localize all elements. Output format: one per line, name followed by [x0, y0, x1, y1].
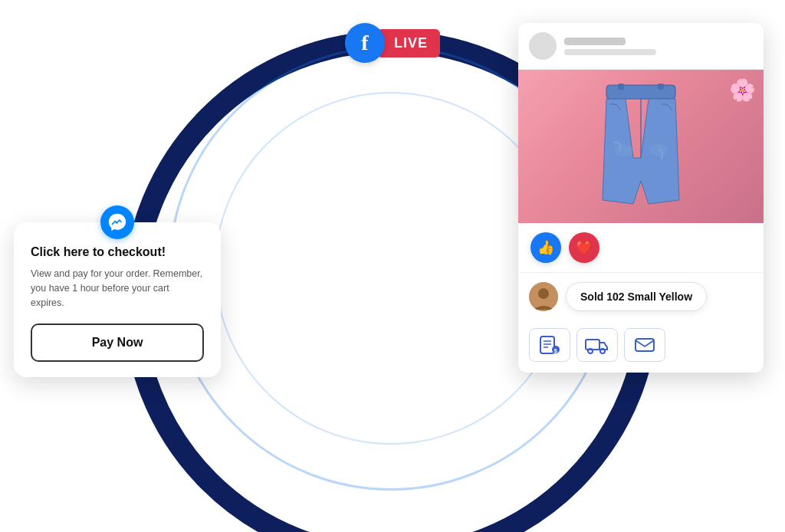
like-reaction-button[interactable]: 👍	[530, 232, 561, 263]
email-icon-box[interactable]	[624, 328, 665, 362]
messenger-icon	[100, 205, 134, 239]
fb-profile-avatar	[529, 32, 557, 60]
svg-text:$: $	[554, 347, 558, 354]
shipping-icon-box[interactable]	[576, 328, 618, 362]
jeans-illustration	[591, 81, 691, 212]
facebook-letter: f	[361, 31, 368, 55]
love-reaction-button[interactable]: ❤️	[569, 232, 599, 263]
fb-username-line	[564, 38, 626, 45]
svg-point-4	[614, 144, 632, 156]
fb-timestamp-line	[564, 49, 656, 55]
live-badge: LIVE	[377, 29, 440, 57]
svg-rect-17	[636, 339, 654, 351]
shipping-icon	[585, 336, 609, 354]
svg-point-5	[649, 144, 668, 156]
buyer-avatar	[529, 282, 558, 311]
svg-point-15	[588, 349, 593, 353]
action-icons-row: $	[518, 320, 764, 373]
messenger-svg	[107, 212, 127, 232]
thumbs-up-icon: 👍	[537, 239, 554, 256]
buyer-avatar-svg	[529, 282, 558, 311]
svg-rect-0	[606, 85, 675, 99]
svg-rect-1	[618, 84, 624, 90]
svg-point-7	[538, 288, 549, 299]
checkout-card: Click here to checkout! View and pay for…	[14, 222, 221, 377]
checkout-description: View and pay for your order. Remember, y…	[31, 267, 204, 310]
sold-text: Sold 102 Small Yellow	[580, 291, 692, 303]
email-icon	[634, 336, 655, 354]
flowers-decoration: 🌸	[729, 77, 756, 103]
checkout-title: Click here to checkout!	[31, 245, 204, 259]
fb-post-panel: 🌸 👍 ❤️	[518, 23, 764, 373]
sold-text-bubble: Sold 102 Small Yellow	[566, 282, 707, 311]
sold-notification: Sold 102 Small Yellow	[518, 273, 764, 320]
fb-live-badge: f LIVE	[345, 23, 440, 63]
invoice-icon-box[interactable]: $	[529, 328, 570, 362]
pay-now-button[interactable]: Pay Now	[31, 323, 204, 362]
invoice-icon: $	[539, 336, 560, 354]
fb-header-lines	[564, 38, 656, 55]
fb-post-header	[518, 23, 764, 70]
fb-post-image: 🌸	[518, 70, 764, 223]
facebook-circle-icon: f	[345, 23, 385, 63]
svg-rect-14	[586, 340, 599, 350]
svg-point-16	[600, 349, 605, 353]
svg-rect-2	[658, 84, 664, 90]
heart-icon: ❤️	[576, 239, 593, 256]
fb-reactions-bar: 👍 ❤️	[518, 223, 764, 273]
